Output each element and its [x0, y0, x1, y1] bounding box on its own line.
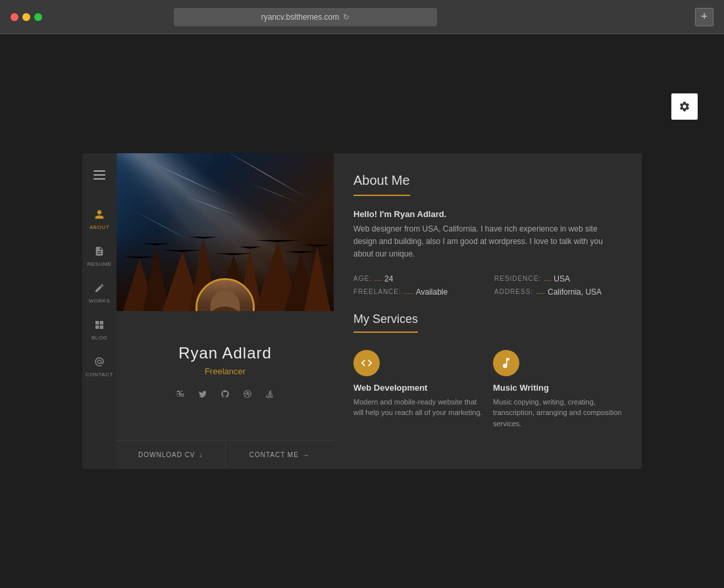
sidebar-item-works-label: WORKS — [89, 298, 111, 304]
social-icons — [130, 387, 321, 401]
tree-9 — [304, 245, 330, 311]
sidebar-item-resume[interactable]: RESUME — [82, 238, 116, 275]
music-writing-desc: Music copying, writing, creating, transc… — [493, 397, 622, 429]
arrow-right-icon: → — [303, 451, 310, 458]
sidebar-item-about[interactable]: ABOUT — [82, 201, 116, 238]
about-intro-bold: Hello! I'm Ryan Adlard. — [353, 209, 622, 219]
download-cv-button[interactable]: DOWNLOAD CV ↓ — [116, 441, 226, 469]
music-writing-icon-circle — [493, 350, 519, 376]
social-icon-behance[interactable] — [173, 387, 188, 401]
web-development-name: Web Development — [353, 383, 482, 393]
social-icon-stack[interactable] — [263, 387, 277, 401]
pencil-icon — [94, 283, 105, 296]
star-streak-2 — [184, 196, 240, 217]
services-grid: Web Development Modern and mobile-ready … — [353, 343, 622, 436]
svg-rect-1 — [93, 174, 105, 176]
maximize-button[interactable] — [34, 13, 42, 21]
about-section-title: About Me — [353, 173, 410, 196]
at-icon — [94, 356, 105, 370]
hamburger-icon[interactable] — [88, 164, 111, 188]
profile-card: Ryan Adlard Freelancer — [116, 153, 334, 469]
card-container: ABOUT RESUME WORKS — [82, 153, 642, 469]
new-tab-button[interactable]: + — [695, 8, 713, 26]
music-writing-name: Music Writing — [493, 383, 622, 393]
sidebar-item-about-label: ABOUT — [90, 224, 109, 230]
minimize-button[interactable] — [22, 13, 30, 21]
star-streak-3 — [222, 153, 307, 198]
age-row: AGE: .... 24 — [353, 274, 481, 283]
web-development-icon-circle — [353, 350, 380, 376]
grid-icon — [94, 320, 105, 333]
profile-name: Ryan Adlard — [130, 344, 321, 362]
contact-me-button[interactable]: CONTACT ME → — [226, 441, 334, 469]
star-streak-4 — [250, 183, 299, 203]
svg-rect-0 — [93, 170, 105, 172]
web-development-desc: Modern and mobile-ready website that wil… — [353, 397, 482, 418]
age-value: 24 — [384, 274, 393, 283]
sidebar-item-resume-label: RESUME — [87, 261, 111, 267]
close-button[interactable] — [11, 13, 18, 21]
sidebar-item-blog[interactable]: BLOG — [82, 312, 116, 349]
browser-chrome: ryancv.bslthemes.com ↻ + — [0, 0, 724, 34]
residence-label: RESIDENCE: — [494, 275, 541, 282]
address-label: ADDRESS: — [494, 288, 533, 295]
age-dots: .... — [375, 275, 382, 282]
address-bar[interactable]: ryancv.bslthemes.com ↻ — [174, 8, 437, 26]
document-icon — [94, 246, 105, 259]
profile-background — [116, 153, 334, 311]
sidebar-item-works[interactable]: WORKS — [82, 275, 116, 312]
download-cv-label: DOWNLOAD CV — [138, 451, 195, 458]
person-icon — [94, 209, 105, 222]
address-value: California, USA — [548, 287, 602, 297]
profile-info: Ryan Adlard Freelancer — [116, 311, 334, 401]
address-dots: ..... — [536, 288, 545, 295]
download-icon: ↓ — [199, 451, 203, 458]
about-panel: About Me Hello! I'm Ryan Adlard. Web des… — [334, 153, 642, 469]
services-section-title: My Services — [353, 312, 418, 333]
gear-icon — [679, 101, 690, 112]
avatar — [195, 278, 255, 311]
svg-rect-2 — [93, 178, 105, 180]
residence-dots: .... — [544, 275, 551, 282]
sidebar-item-contact[interactable]: CONTACT — [82, 349, 116, 385]
freelance-value: Available — [416, 287, 448, 297]
freelance-row: FREELANCE: ..... Available — [353, 287, 481, 297]
residence-row: RESIDENCE: .... USA — [494, 274, 622, 283]
sidebar-item-blog-label: BLOG — [91, 335, 107, 341]
url-text: ryancv.bslthemes.com — [261, 12, 339, 22]
address-row: ADDRESS: ..... California, USA — [494, 287, 622, 297]
reload-icon[interactable]: ↻ — [343, 12, 349, 22]
service-card-music-writing: Music Writing Music copying, writing, cr… — [493, 343, 622, 436]
social-icon-twitter[interactable] — [195, 387, 210, 401]
music-icon — [500, 356, 513, 370]
freelance-dots: ..... — [404, 288, 413, 295]
about-info-grid: AGE: .... 24 RESIDENCE: .... USA FREELAN… — [353, 274, 622, 297]
freelance-label: FREELANCE: — [353, 288, 401, 295]
code-icon — [360, 356, 373, 370]
about-intro-text: Web designer from USA, California. I hav… — [353, 223, 622, 261]
settings-button[interactable] — [671, 93, 698, 120]
contact-me-label: CONTACT ME — [249, 451, 299, 458]
service-card-web-development: Web Development Modern and mobile-ready … — [353, 343, 482, 436]
traffic-lights — [11, 13, 42, 21]
residence-value: USA — [554, 274, 570, 283]
sidebar-item-contact-label: CONTACT — [86, 372, 113, 378]
social-icon-dribbble[interactable] — [240, 387, 255, 401]
browser-content: ABOUT RESUME WORKS — [0, 34, 724, 588]
star-streak-1 — [153, 163, 224, 197]
profile-role: Freelancer — [130, 366, 321, 376]
age-label: AGE: — [353, 275, 372, 282]
profile-card-footer: DOWNLOAD CV ↓ CONTACT ME → — [116, 440, 334, 469]
avatar-silhouette — [197, 280, 253, 311]
social-icon-github[interactable] — [218, 387, 232, 401]
sidebar-nav: ABOUT RESUME WORKS — [82, 153, 116, 469]
